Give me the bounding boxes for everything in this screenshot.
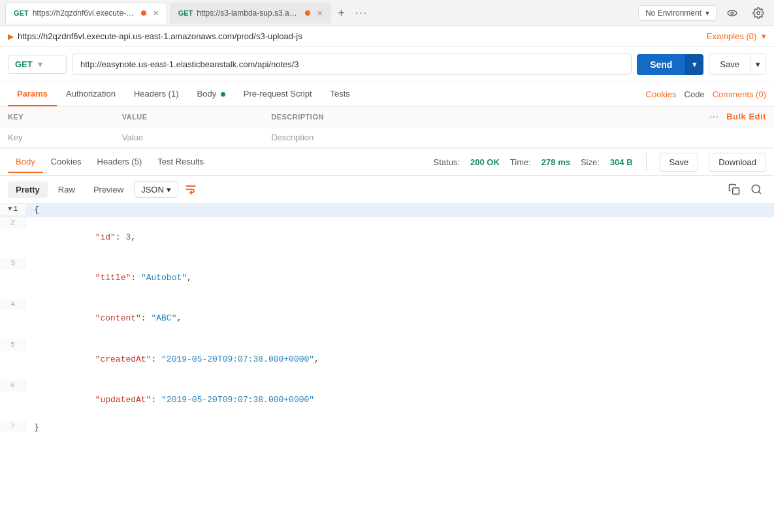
breadcrumb: https://h2qzdnf6vl.execute-api.us-east-1…	[18, 31, 302, 41]
response-format-bar: Pretty Raw Preview JSON ▾	[0, 176, 774, 204]
tab-2[interactable]: GET https://s3-lambda-sup.s3.amazo... ✕	[170, 3, 332, 23]
resp-tab-test-results[interactable]: Test Results	[150, 151, 212, 173]
col-actions: ··· Bulk Edit	[511, 106, 774, 127]
tab-body[interactable]: Body	[188, 82, 234, 106]
request-tabs: Params Authorization Headers (1) Body Pr…	[0, 82, 774, 106]
breadcrumb-arrow-icon: ▶	[8, 32, 14, 41]
svg-line-5	[758, 191, 760, 193]
send-dropdown-button[interactable]: ▾	[685, 54, 703, 75]
search-icon[interactable]	[747, 180, 766, 199]
breadcrumb-bar: ▶ https://h2qzdnf6vl.execute-api.us-east…	[0, 26, 774, 47]
response-status: Status: 200 OK Time: 278 ms Size: 304 B …	[434, 153, 766, 172]
tab-2-url: https://s3-lambda-sup.s3.amazo...	[197, 8, 301, 18]
tab-authorization[interactable]: Authorization	[57, 82, 125, 106]
settings-icon[interactable]	[748, 3, 769, 23]
tab-2-close[interactable]: ✕	[317, 9, 323, 18]
param-value-cell[interactable]: Value	[114, 127, 264, 148]
collapse-icon[interactable]: ▼	[8, 204, 12, 215]
request-bar: GET ▾ Send ▾ Save ▾	[0, 47, 774, 82]
copy-icon[interactable]	[724, 180, 744, 199]
body-dot	[221, 92, 225, 97]
size-label: Size:	[581, 157, 600, 167]
send-button-group: Send ▾	[637, 54, 703, 75]
eye-icon[interactable]	[722, 3, 743, 23]
tab-tests[interactable]: Tests	[321, 82, 359, 106]
method-label: GET	[15, 59, 33, 69]
more-tabs-button[interactable]: ···	[351, 7, 372, 19]
col-description: DESCRIPTION	[263, 106, 511, 127]
format-label: JSON	[141, 185, 164, 195]
format-chevron-icon: ▾	[167, 185, 171, 195]
line-5-content: "createdAt": "2019-05-20T09:07:38.000+00…	[26, 339, 327, 380]
size-value: 304 B	[610, 157, 633, 167]
save-button[interactable]: Save	[709, 54, 750, 74]
resp-download-button[interactable]: Download	[709, 153, 766, 172]
param-key-cell[interactable]: Key	[0, 127, 114, 148]
status-label: Status:	[434, 157, 460, 167]
params-section: KEY VALUE DESCRIPTION ··· Bulk Edit Key …	[0, 106, 774, 148]
tab-1-url: https://h2qzdnf6vl.execute-api.u...	[33, 8, 137, 18]
fmt-tab-preview[interactable]: Preview	[86, 181, 131, 198]
fmt-tab-pretty[interactable]: Pretty	[8, 181, 48, 198]
cookies-link[interactable]: Cookies	[646, 89, 677, 99]
param-desc-cell[interactable]: Description	[263, 127, 774, 148]
time-label: Time:	[510, 157, 531, 167]
tab-1[interactable]: GET https://h2qzdnf6vl.execute-api.u... …	[5, 3, 167, 23]
svg-point-0	[728, 10, 737, 15]
svg-point-2	[757, 11, 760, 14]
method-selector[interactable]: GET ▾	[8, 55, 67, 74]
tab-bar: GET https://h2qzdnf6vl.execute-api.u... …	[0, 0, 774, 26]
tab-2-dot	[305, 10, 310, 16]
tab-params[interactable]: Params	[8, 82, 57, 106]
url-input[interactable]	[72, 54, 632, 75]
tab-prerequest[interactable]: Pre-request Script	[234, 82, 321, 106]
table-row: Key Value Description	[0, 127, 774, 148]
env-label: No Environment	[645, 8, 701, 18]
time-value: 278 ms	[541, 157, 570, 167]
save-dropdown-button[interactable]: ▾	[750, 54, 766, 74]
col-value: VALUE	[114, 106, 264, 127]
format-selector[interactable]: JSON ▾	[134, 181, 178, 198]
breadcrumb-right: Examples (0) ▾	[707, 31, 766, 41]
bulk-edit-link[interactable]: Bulk Edit	[726, 112, 766, 121]
params-more-icon[interactable]: ···	[709, 113, 719, 121]
code-editor: ▼ 1 { 2 "id": 3, 3 "title": "Autobot", 4…	[0, 204, 774, 435]
line-1-content: {	[26, 204, 47, 217]
comments-link[interactable]: Comments (0)	[713, 89, 766, 99]
examples-chevron-icon: ▾	[762, 31, 766, 41]
line-7-content: }	[26, 421, 47, 435]
send-button[interactable]: Send	[637, 54, 685, 75]
tab-1-close[interactable]: ✕	[153, 9, 159, 18]
save-button-group: Save ▾	[709, 54, 766, 75]
line-2-num: 2	[0, 217, 26, 229]
resp-tab-cookies[interactable]: Cookies	[43, 151, 89, 173]
code-line-1: ▼ 1 {	[0, 204, 774, 217]
divider	[646, 153, 647, 171]
svg-point-1	[731, 12, 734, 14]
line-4-num: 4	[0, 299, 26, 311]
col-key: KEY	[0, 106, 114, 127]
tab-headers[interactable]: Headers (1)	[125, 82, 188, 106]
line-2-content: "id": 3,	[26, 217, 144, 258]
line-3-num: 3	[0, 258, 26, 270]
line-6-content: "updatedAt": "2019-05-20T09:07:38.000+00…	[26, 380, 322, 420]
fmt-tab-raw[interactable]: Raw	[50, 181, 83, 198]
code-line-3: 3 "title": "Autobot",	[0, 258, 774, 298]
resp-tab-body[interactable]: Body	[8, 151, 43, 173]
format-right-icons	[724, 180, 766, 199]
line-3-content: "title": "Autobot",	[26, 258, 200, 298]
wrap-icon[interactable]	[181, 180, 201, 199]
env-selector[interactable]: No Environment ▾	[638, 5, 717, 21]
resp-save-button[interactable]: Save	[660, 153, 699, 172]
response-tabs-bar: Body Cookies Headers (5) Test Results St…	[0, 149, 774, 176]
resp-tab-headers[interactable]: Headers (5)	[89, 151, 150, 173]
code-link[interactable]: Code	[685, 89, 705, 99]
add-tab-button[interactable]: +	[334, 7, 349, 19]
line-7-num: 7	[0, 421, 26, 433]
env-chevron-icon: ▾	[705, 8, 709, 18]
examples-link[interactable]: Examples (0)	[707, 31, 757, 41]
response-section: Body Cookies Headers (5) Test Results St…	[0, 148, 774, 435]
line-6-num: 6	[0, 380, 26, 392]
tab-1-method: GET	[14, 9, 29, 17]
params-table: KEY VALUE DESCRIPTION ··· Bulk Edit Key …	[0, 106, 774, 148]
